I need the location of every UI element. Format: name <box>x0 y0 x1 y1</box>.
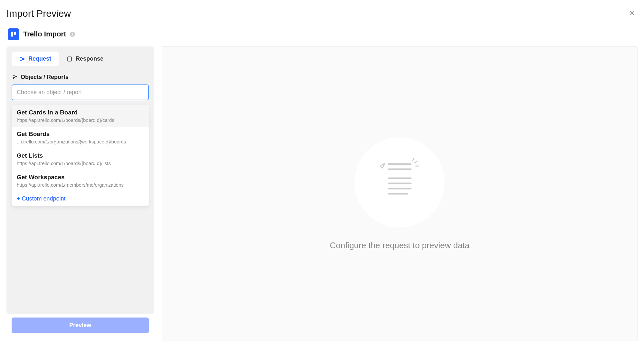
empty-state-icon <box>354 137 445 228</box>
svg-point-13 <box>13 77 14 78</box>
response-icon <box>67 56 72 62</box>
tab-request-label: Request <box>28 55 51 62</box>
dropdown-item-title: Get Lists <box>17 152 144 159</box>
tab-request[interactable]: Request <box>12 52 59 66</box>
import-subheader: Trello Import i <box>6 28 638 40</box>
svg-point-5 <box>23 58 24 59</box>
objects-icon <box>12 74 17 81</box>
dropdown-item-url: ...i.trello.com/1/organizations/{workspa… <box>17 139 144 144</box>
dropdown-item-title: Get Boards <box>17 131 144 138</box>
section-header: Objects / Reports <box>12 74 149 81</box>
svg-line-21 <box>415 161 417 163</box>
preview-button[interactable]: Preview <box>12 318 149 333</box>
empty-state-message: Configure the request to preview data <box>330 240 470 250</box>
svg-point-12 <box>16 76 17 77</box>
section-label: Objects / Reports <box>21 74 69 81</box>
tabs: Request Response <box>12 52 149 66</box>
tab-response-label: Response <box>76 55 103 62</box>
page-title: Import Preview <box>6 8 71 19</box>
object-input[interactable] <box>12 84 149 100</box>
trello-icon <box>8 28 19 40</box>
svg-rect-2 <box>11 32 14 37</box>
custom-endpoint-link[interactable]: + Custom endpoint <box>12 191 149 206</box>
tab-response[interactable]: Response <box>59 52 111 66</box>
close-button[interactable] <box>626 6 638 21</box>
dropdown-item[interactable]: Get Lists https://api.trello.com/1/board… <box>12 148 149 170</box>
svg-point-11 <box>13 75 14 76</box>
empty-state: Configure the request to preview data <box>330 137 470 250</box>
dropdown-item[interactable]: Get Cards in a Board https://api.trello.… <box>12 105 149 127</box>
dropdown-item[interactable]: Get Workspaces https://api.trello.com/1/… <box>12 170 149 191</box>
request-icon <box>19 56 25 62</box>
svg-point-6 <box>20 60 21 61</box>
dropdown-item-title: Get Cards in a Board <box>17 109 144 116</box>
close-icon <box>629 10 635 16</box>
dropdown-item-title: Get Workspaces <box>17 174 144 181</box>
sidebar: Request Response <box>6 46 154 314</box>
dropdown-item[interactable]: Get Boards ...i.trello.com/1/organizatio… <box>12 127 149 148</box>
dropdown-item-url: https://api.trello.com/1/boards/{boardId… <box>17 117 144 123</box>
svg-rect-3 <box>14 32 16 35</box>
dropdown-item-url: https://api.trello.com/1/boards/{boardId… <box>17 161 144 166</box>
import-name: Trello Import <box>23 30 66 38</box>
svg-line-20 <box>412 158 414 161</box>
info-icon[interactable]: i <box>70 32 75 37</box>
preview-area: Configure the request to preview data <box>162 46 638 341</box>
dropdown: Get Cards in a Board https://api.trello.… <box>12 105 149 206</box>
dropdown-item-url: https://api.trello.com/1/members/me/orga… <box>17 182 144 188</box>
svg-point-4 <box>20 57 21 58</box>
